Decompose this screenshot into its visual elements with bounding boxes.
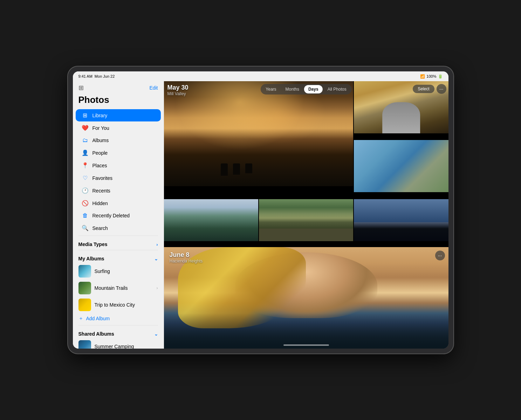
album-label-trip-mexico: Trip to Mexico City [95,302,135,308]
my-albums-label: My Albums [78,256,104,261]
june-section: June 8 Hacienda Heights ··· [164,247,448,349]
view-btn-all-photos[interactable]: All Photos [323,85,351,93]
divider-2 [78,250,158,250]
sidebar-item-library[interactable]: ⊞ Library [76,109,161,121]
photo-area: Years Months Days All Photos May 30 Mill… [164,81,448,349]
album-label-mountain-trails: Mountain Trails [95,285,128,291]
sidebar-label-library: Library [92,113,108,118]
cyclists-road-photo [259,199,353,241]
june-more-button[interactable]: ··· [435,251,445,260]
sidebar-edit-button[interactable]: Edit [149,85,158,91]
sidebar-item-people[interactable]: 👤 People [76,147,161,159]
sidebar-label-people: People [92,150,108,156]
sidebar-item-recently-deleted[interactable]: 🗑 Recently Deleted [76,210,161,222]
media-types-chevron: › [156,242,158,247]
recently-deleted-icon: 🗑 [81,212,89,219]
ipad-frame: 9:41 AM Mon Jun 22 📶 100% 🔋 ⊞ Edit Photo… [68,66,453,354]
sidebar-label-search: Search [92,225,108,231]
view-btn-months[interactable]: Months [281,85,303,93]
photo-cell-cyclists-road[interactable] [259,199,353,241]
favorites-icon: ♡ [81,175,89,181]
album-thumb-mountain-trails [78,282,91,294]
status-time: 9:41 AM [78,74,92,78]
scroll-indicator [283,344,329,346]
sidebar-item-albums[interactable]: 🗂 Albums [76,134,161,146]
more-button[interactable]: ··· [437,84,446,94]
wifi-icon: 📶 [420,74,425,79]
sidebar-label-recents: Recents [92,188,110,194]
forest-silhouettes [221,163,252,176]
sidebar-item-recents[interactable]: 🕐 Recents [76,184,161,197]
may-location: Mill Valley [167,91,188,96]
places-icon: 📍 [81,162,89,169]
may-date-main: May 30 [167,84,188,91]
library-icon: ⊞ [81,112,89,119]
woman-cyclist-photo [354,140,448,192]
add-album-button[interactable]: ＋ Add Album [73,313,164,324]
sidebar-label-albums: Albums [92,138,109,143]
sidebar-item-search[interactable]: 🔍 Search [76,222,161,234]
sidebar-item-hidden[interactable]: 🚫 Hidden [76,197,161,209]
status-bar-right: 📶 100% 🔋 [420,74,443,79]
select-more-bar: Select ··· [413,84,446,94]
sidebar-item-places[interactable]: 📍 Places [76,159,161,172]
photo-cell-woman-cyclist[interactable] [354,140,448,192]
add-album-plus-icon: ＋ [78,315,83,322]
sidebar-item-favorites[interactable]: ♡ Favorites [76,172,161,184]
cyclist-2 [233,163,240,175]
divider-1 [78,236,158,236]
june-portrait-photo[interactable] [164,247,448,349]
sidebar-label-recently-deleted: Recently Deleted [92,213,130,218]
photo-cell-foggy-trees[interactable] [164,199,258,241]
cyclist-3 [245,163,252,173]
view-btn-years[interactable]: Years [261,85,280,93]
mountain-trails-arrow: › [157,286,158,290]
album-item-summer-camping[interactable]: Summer Camping [73,338,164,349]
sidebar-label-favorites: Favorites [92,175,113,181]
photo-grid-may: May 30 Mill Valley Select ··· [164,81,448,247]
two-cyclists-photo [354,199,448,241]
may-date-label: May 30 Mill Valley [167,84,188,96]
my-albums-header[interactable]: My Albums ⌄ [73,252,164,263]
battery-percentage: 100% [426,74,436,78]
albums-icon: 🗂 [81,137,89,144]
media-types-header[interactable]: Media Types › [73,237,164,248]
photo-cell-two-cyclists[interactable] [354,199,448,241]
sidebar-label-hidden: Hidden [92,201,108,206]
shared-albums-header[interactable]: Shared Albums ⌄ [73,327,164,338]
sidebar-header: ⊞ Edit [73,81,164,93]
status-bar-left: 9:41 AM Mon Jun 22 [78,74,115,78]
shared-albums-chevron: ⌄ [154,331,158,337]
ipad-screen: 9:41 AM Mon Jun 22 📶 100% 🔋 ⊞ Edit Photo… [73,71,448,349]
divider-3 [78,325,158,326]
june-date-main: June 8 [170,251,203,259]
album-item-mountain-trails[interactable]: Mountain Trails › [73,280,164,296]
view-controls: Years Months Days All Photos [260,84,351,94]
album-thumb-camping [78,340,91,349]
search-icon: 🔍 [81,225,89,231]
for-you-icon: ❤️ [81,125,89,131]
view-btn-days[interactable]: Days [304,85,323,93]
album-item-surfing[interactable]: Surfing [73,263,164,280]
status-bar: 9:41 AM Mon Jun 22 📶 100% 🔋 [73,71,448,81]
sidebar-item-for-you[interactable]: ❤️ For You [76,122,161,134]
select-button[interactable]: Select [413,85,434,93]
sidebar-label-for-you: For You [92,125,109,131]
june-date-label: June 8 Hacienda Heights [170,251,203,264]
sidebar-label-places: Places [92,163,107,168]
add-album-label: Add Album [86,316,110,321]
sidebar: ⊞ Edit Photos ⊞ Library ❤️ For You 🗂 [73,81,164,349]
forest-photo [164,81,354,186]
photo-cell-forest[interactable] [164,81,354,186]
battery-icon: 🔋 [438,74,443,79]
album-item-trip-mexico[interactable]: Trip to Mexico City [73,296,164,313]
main-content: ⊞ Edit Photos ⊞ Library ❤️ For You 🗂 [73,81,448,349]
sidebar-toggle-icon[interactable]: ⊞ [78,84,84,92]
june-location: Hacienda Heights [170,259,203,264]
people-icon: 👤 [81,149,89,156]
album-label-surfing: Surfing [95,268,110,274]
recents-icon: 🕐 [81,187,89,194]
hidden-icon: 🚫 [81,200,89,206]
status-date: Mon Jun 22 [95,74,115,78]
sidebar-title: Photos [73,93,164,109]
